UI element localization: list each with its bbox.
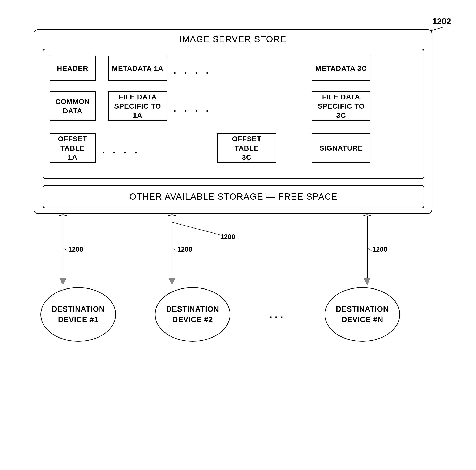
device-dots: ... [269,308,286,321]
device-2: DESTINATION DEVICE #2 [155,287,230,342]
svg-text:1208: 1208 [68,245,83,253]
svg-marker-8 [364,278,371,285]
device-n: DESTINATION DEVICE #N [324,287,400,342]
svg-line-7 [173,248,176,251]
svg-text:1208: 1208 [372,245,387,253]
image-server-store: IMAGE SERVER STORE HEADER METADATA 1A . … [34,29,432,214]
svg-marker-2 [59,278,67,285]
cell-header: HEADER [50,56,96,81]
cell-metadata-1a: METADATA 1A [108,56,167,81]
cell-file-data-1a: FILE DATA SPECIFIC TO 1A [108,91,167,121]
dots-row3: . . . . [102,144,209,156]
arrows-group: 1208 1208 1208 1200 [21,214,420,293]
server-store-title: IMAGE SERVER STORE [179,34,287,44]
dots-row1: . . . . [173,64,303,76]
cell-common-data: COMMON DATA [50,91,96,121]
svg-line-10 [368,248,371,251]
cell-offset-table-3c: OFFSET TABLE 3C [217,133,276,163]
cell-signature: SIGNATURE [312,133,371,163]
diagram-container: 1202 IMAGE SERVER STORE HEADER METADATA … [21,17,453,457]
cell-file-data-3c: FILE DATA SPECIFIC TO 3C [312,91,371,121]
dots-row2: . . . . [173,102,303,114]
devices-row: DESTINATION DEVICE #1 DESTINATION DEVICE… [21,287,420,342]
device-1: DESTINATION DEVICE #1 [40,287,116,342]
svg-text:1200: 1200 [220,233,235,241]
svg-marker-5 [169,278,176,285]
cell-metadata-3c: METADATA 3C [312,56,371,81]
cell-offset-table-1a: OFFSET TABLE 1A [50,133,96,163]
svg-line-4 [64,248,67,251]
svg-line-12 [172,222,220,235]
free-space-box: OTHER AVAILABLE STORAGE — FREE SPACE [43,185,425,208]
svg-text:1208: 1208 [177,245,192,253]
data-section: HEADER METADATA 1A . . . . METADATA 3C C… [43,49,425,179]
